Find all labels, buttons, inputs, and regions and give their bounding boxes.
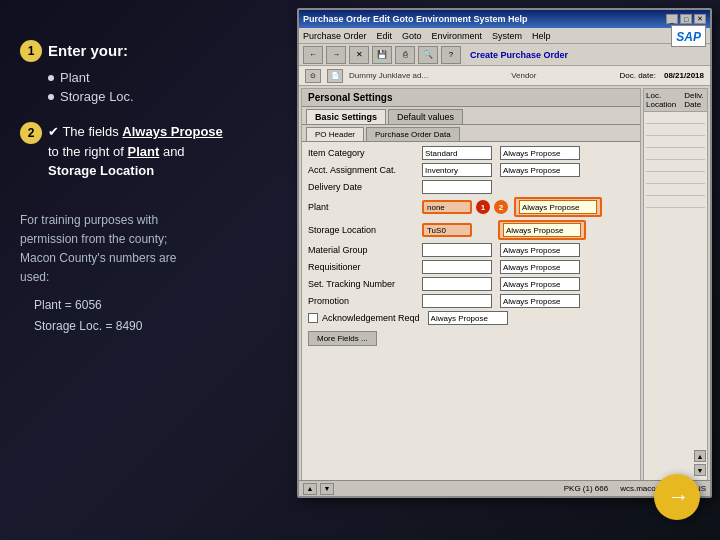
input-propose-promo[interactable]: [500, 294, 580, 308]
row-storage-location: Storage Location: [308, 220, 634, 240]
bullet-dot-2: [48, 94, 54, 100]
scroll-down-btn[interactable]: ▼: [694, 464, 706, 476]
step1-badge: 1: [20, 40, 42, 62]
input-propose-2[interactable]: [500, 163, 580, 177]
status-buttons: ▲ ▼: [303, 483, 334, 495]
toolbar-save[interactable]: 💾: [372, 46, 392, 64]
input-propose-material[interactable]: [500, 243, 580, 257]
status-btn-1[interactable]: ▲: [303, 483, 317, 495]
toolbar-forward[interactable]: →: [326, 46, 346, 64]
input-propose-1[interactable]: [500, 146, 580, 160]
row-delivery-date: Delivery Date: [308, 180, 634, 194]
left-panel: 1 Enter your: Plant Storage Loc. 2 ✔ The…: [20, 40, 280, 336]
toolbar-print[interactable]: ⎙: [395, 46, 415, 64]
input-acct-assignment[interactable]: [422, 163, 492, 177]
sap-statusbar: ▲ ▼ PKG (1) 666 wcs.macon3pulse.5 INS: [299, 480, 710, 496]
step2-always-propose: Always Propose: [122, 124, 222, 139]
input-requisitioner[interactable]: [422, 260, 492, 274]
input-storage-propose[interactable]: [503, 223, 581, 237]
row-requisitioner: Requisitioner: [308, 260, 634, 274]
menu-system[interactable]: System: [492, 31, 522, 41]
sap-menubar: Purchase Order Edit Goto Environment Sys…: [299, 28, 710, 44]
input-item-category[interactable]: [422, 146, 492, 160]
right-row-6: [646, 174, 705, 184]
nav-icon[interactable]: ⊙: [305, 69, 321, 83]
next-arrow-icon: →: [668, 486, 690, 508]
label-plant: Plant: [308, 202, 418, 212]
tab-default-values[interactable]: Default values: [388, 109, 463, 124]
transaction-text: Dummy Junklave ad...: [349, 71, 428, 80]
more-fields-container: More Fields ...: [308, 331, 634, 346]
tab-basic-settings[interactable]: Basic Settings: [306, 109, 386, 124]
toolbar-find[interactable]: 🔍: [418, 46, 438, 64]
row-acct-assignment: Acct. Assignment Cat.: [308, 163, 634, 177]
subtab-po-header[interactable]: PO Header: [306, 127, 364, 141]
input-propose-req[interactable]: [500, 260, 580, 274]
step1-bullets: Plant Storage Loc.: [48, 70, 280, 104]
storage-value: Storage Loc. = 8490: [34, 316, 280, 336]
next-arrow-btn[interactable]: →: [654, 474, 700, 520]
sap-right-sidebar: Loc. Location Deliv. Date ▲: [643, 88, 708, 488]
badge-plant-1: 1: [476, 200, 490, 214]
menu-goto[interactable]: Goto: [402, 31, 422, 41]
step2-text: ✔ The fields Always Propose to the right…: [48, 122, 223, 181]
sap-titlebar-text: Purchase Order Edit Goto Environment Sys…: [303, 14, 528, 24]
step2-plant-ref: Plant: [128, 144, 160, 159]
input-propose-tracking[interactable]: [500, 277, 580, 291]
input-material-group[interactable]: [422, 243, 492, 257]
step2-line1-prefix: ✔ The fields: [48, 124, 122, 139]
toolbar-help[interactable]: ?: [441, 46, 461, 64]
toolbar-cancel[interactable]: ✕: [349, 46, 369, 64]
scroll-buttons: ▲ ▼: [694, 450, 706, 476]
close-btn[interactable]: ✕: [694, 14, 706, 24]
more-fields-btn[interactable]: More Fields ...: [308, 331, 377, 346]
input-storage-location[interactable]: [422, 223, 472, 237]
sap-left-content: Personal Settings Basic Settings Default…: [301, 88, 641, 488]
sap-form: Item Category Acct. Assignment Cat. Deli…: [302, 142, 640, 350]
input-promotion[interactable]: [422, 294, 492, 308]
step1-row: 1 Enter your:: [20, 40, 280, 62]
right-col-deliv: Deliv. Date: [684, 91, 705, 109]
maximize-btn[interactable]: □: [680, 14, 692, 24]
menu-edit[interactable]: Edit: [377, 31, 393, 41]
minimize-btn[interactable]: _: [666, 14, 678, 24]
label-material-group: Material Group: [308, 245, 418, 255]
menu-environment[interactable]: Environment: [432, 31, 483, 41]
menu-help[interactable]: Help: [532, 31, 551, 41]
right-row-7: [646, 186, 705, 196]
input-plant[interactable]: [422, 200, 472, 214]
right-sidebar-rows: [644, 112, 707, 210]
sap-right-sidebar-header: Loc. Location Deliv. Date: [644, 89, 707, 112]
scroll-up-btn[interactable]: ▲: [694, 450, 706, 462]
sap-titlebar-buttons: _ □ ✕: [666, 14, 706, 24]
menu-purchase-order[interactable]: Purchase Order: [303, 31, 367, 41]
checkbox-acknowledgement[interactable]: [308, 313, 318, 323]
row-promotion: Promotion: [308, 294, 634, 308]
step2-and: and: [159, 144, 184, 159]
storage-input-group: [422, 220, 586, 240]
row-item-category: Item Category: [308, 146, 634, 160]
input-propose-ack[interactable]: [428, 311, 508, 325]
status-text: PKG (1) 666: [564, 484, 608, 493]
plant-value: Plant = 6056: [34, 295, 280, 315]
input-delivery-date[interactable]: [422, 180, 492, 194]
status-btn-2[interactable]: ▼: [320, 483, 334, 495]
right-row-4: [646, 150, 705, 160]
window-title: Create Purchase Order: [470, 50, 568, 60]
input-tracking[interactable]: [422, 277, 492, 291]
row-acknowledgement: Acknowledgement Reqd: [308, 311, 634, 325]
sap-tabs: Basic Settings Default values: [302, 107, 640, 125]
sap-logo: SAP: [676, 30, 701, 44]
toolbar-back[interactable]: ←: [303, 46, 323, 64]
sap-transaction-bar: ⊙ 📄 Dummy Junklave ad... Vendor Doc. dat…: [299, 66, 710, 86]
input-plant-propose[interactable]: [519, 200, 597, 214]
plant-propose-box: [514, 197, 602, 217]
plant-input-group: 1 2: [422, 197, 602, 217]
sap-titlebar: Purchase Order Edit Goto Environment Sys…: [299, 10, 710, 28]
sap-toolbar: ← → ✕ 💾 ⎙ 🔍 ? Create Purchase Order: [299, 44, 710, 66]
doc-icon[interactable]: 📄: [327, 69, 343, 83]
label-delivery-date: Delivery Date: [308, 182, 418, 192]
right-col-loc: Loc. Location: [646, 91, 676, 109]
label-storage-location: Storage Location: [308, 225, 418, 235]
subtab-po-data[interactable]: Purchase Order Data: [366, 127, 460, 141]
